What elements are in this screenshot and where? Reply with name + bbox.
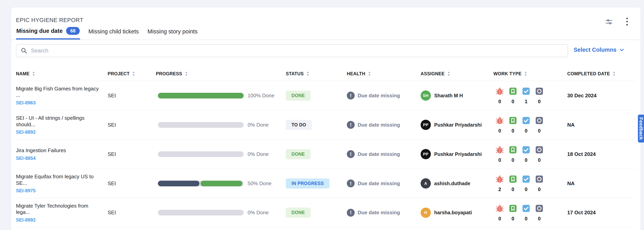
tab-label: Missing due date bbox=[16, 28, 62, 34]
column-header-progress[interactable]: PROGRESS bbox=[156, 71, 286, 76]
epic-key-link[interactable]: SEI-8892 bbox=[16, 129, 36, 135]
kebab-menu-icon bbox=[626, 17, 628, 26]
health-text: Due date missing bbox=[358, 122, 400, 128]
name-cell: Jira Ingestion Failures SEI-8854 bbox=[16, 147, 108, 161]
assignee-name: Sharath M H bbox=[434, 93, 463, 98]
epic-key-link[interactable]: SEI-8854 bbox=[16, 156, 36, 161]
sort-icon bbox=[368, 71, 371, 76]
task-icon bbox=[522, 204, 531, 213]
select-columns-button[interactable]: Select Columns bbox=[574, 47, 624, 53]
story-icon bbox=[508, 87, 518, 96]
epic-icon bbox=[535, 175, 544, 184]
status-badge: DONE bbox=[286, 91, 310, 101]
search-input[interactable] bbox=[31, 47, 563, 54]
assignee-cell: A ashish.duthade bbox=[420, 178, 494, 189]
story-icon bbox=[508, 145, 518, 154]
table-row[interactable]: Jira Ingestion Failures SEI-8854 SEI 0% … bbox=[16, 139, 636, 169]
select-columns-label: Select Columns bbox=[574, 47, 616, 53]
story-count: 0 bbox=[512, 216, 514, 222]
epic-key-link[interactable]: SEI-8992 bbox=[16, 217, 36, 223]
epic-name: Jira Ingestion Failures bbox=[16, 147, 102, 154]
project-cell: SEI bbox=[108, 122, 156, 128]
progress-segment bbox=[158, 181, 200, 186]
bug-icon bbox=[495, 116, 504, 125]
column-header-project[interactable]: PROJECT bbox=[108, 71, 156, 76]
display-settings-button[interactable] bbox=[604, 17, 614, 26]
project-cell: SEI bbox=[108, 181, 156, 187]
task-count: 0 bbox=[525, 187, 528, 192]
epic-name: Migrate Equifax from legacy US to SE... bbox=[16, 173, 102, 186]
status-cell: DONE bbox=[286, 91, 347, 101]
table-row[interactable]: Migrate Tyler Technologies from lega... … bbox=[16, 198, 636, 227]
epic-name: Migrate Tyler Technologies from lega... bbox=[16, 203, 102, 216]
column-header-worktype[interactable]: WORK TYPE bbox=[494, 71, 567, 76]
epic-icon bbox=[535, 204, 544, 213]
column-header-name[interactable]: NAME bbox=[16, 71, 108, 76]
epic-key-link[interactable]: SEI-8963 bbox=[16, 100, 36, 106]
tab-label: Missing child tickets bbox=[88, 28, 139, 35]
tab-missing-due-date[interactable]: Missing due date 68 bbox=[16, 24, 80, 39]
progress-cell: 0% Done bbox=[156, 151, 286, 157]
alert-icon: ! bbox=[347, 180, 355, 187]
column-header-status[interactable]: STATUS bbox=[286, 71, 347, 76]
worktype-story: 0 bbox=[508, 204, 518, 222]
tab-label: Missing story points bbox=[148, 28, 198, 35]
table-row[interactable]: Migrate Big Fish Games from legacy ... S… bbox=[16, 81, 636, 110]
task-icon bbox=[522, 175, 531, 184]
table-body: Migrate Big Fish Games from legacy ... S… bbox=[16, 81, 636, 227]
worktype-cell: 0 0 0 bbox=[494, 145, 567, 163]
worktype-task: 0 bbox=[522, 116, 531, 134]
more-options-button[interactable] bbox=[622, 17, 632, 26]
worktype-epic: 0 bbox=[534, 175, 544, 192]
table-header-row: NAME PROJECT PROGRESS STATUS HEALTH ASSI… bbox=[16, 67, 636, 81]
search-box bbox=[16, 44, 568, 57]
progress-track bbox=[158, 122, 244, 128]
tab-missing-story-points[interactable]: Missing story points bbox=[147, 25, 198, 39]
column-header-completed-date[interactable]: COMPLETED DATE bbox=[567, 71, 636, 76]
task-icon bbox=[522, 87, 531, 96]
table-row[interactable]: Migrate Equifax from legacy US to SE... … bbox=[16, 169, 636, 198]
alert-icon: ! bbox=[347, 121, 355, 129]
avatar: PP bbox=[420, 120, 431, 130]
worktype-task: 0 bbox=[522, 204, 531, 222]
sort-icon bbox=[185, 71, 188, 76]
report-body-card: Select Columns NAME PROJECT PROGRESS bbox=[11, 40, 640, 230]
bug-icon bbox=[495, 204, 504, 213]
epic-key-link[interactable]: SEI-8975 bbox=[16, 188, 36, 194]
completed-date-cell: 17 Oct 2024 bbox=[567, 210, 636, 216]
task-count: 0 bbox=[525, 157, 528, 163]
progress-cell: 100% Done bbox=[156, 93, 286, 99]
task-icon bbox=[522, 145, 531, 154]
progress-track bbox=[158, 151, 244, 157]
health-cell: ! Due date missing bbox=[347, 209, 420, 217]
sort-icon bbox=[447, 71, 450, 76]
progress-label: 0% Done bbox=[248, 122, 269, 128]
column-header-assignee[interactable]: ASSIGNEE bbox=[420, 71, 494, 76]
health-text: Due date missing bbox=[358, 151, 400, 157]
assignee-name: harsha.boyapati bbox=[434, 210, 472, 216]
completed-date-cell: 30 Dec 2024 bbox=[567, 93, 636, 99]
progress-track bbox=[158, 210, 244, 216]
assignee-name: Pushkar Priyadarshi bbox=[434, 151, 482, 157]
progress-segment bbox=[158, 93, 244, 98]
bug-icon bbox=[495, 175, 504, 184]
table-row[interactable]: SEI - UI - All strings / spellings shoul… bbox=[16, 110, 636, 139]
name-cell: Migrate Equifax from legacy US to SE... … bbox=[16, 173, 108, 194]
story-count: 0 bbox=[512, 157, 514, 163]
tab-missing-child-tickets[interactable]: Missing child tickets bbox=[88, 25, 139, 39]
completed-date-cell: NA bbox=[567, 181, 636, 187]
sort-icon bbox=[132, 71, 135, 76]
bug-count: 0 bbox=[498, 216, 501, 222]
epic-icon bbox=[535, 116, 544, 125]
search-icon bbox=[21, 47, 27, 54]
assignee-name: Pushkar Priyadarshi bbox=[434, 122, 482, 128]
feedback-tab[interactable]: Feedback bbox=[638, 115, 644, 143]
story-count: 0 bbox=[512, 128, 514, 134]
health-text: Due date missing bbox=[358, 210, 400, 216]
bug-count: 0 bbox=[498, 99, 501, 104]
progress-label: 50% Done bbox=[248, 181, 272, 187]
worktype-cell: 0 0 0 bbox=[494, 116, 567, 134]
column-header-health[interactable]: HEALTH bbox=[347, 71, 420, 76]
assignee-cell: PP Pushkar Priyadarshi bbox=[420, 149, 494, 159]
health-text: Due date missing bbox=[358, 93, 400, 99]
